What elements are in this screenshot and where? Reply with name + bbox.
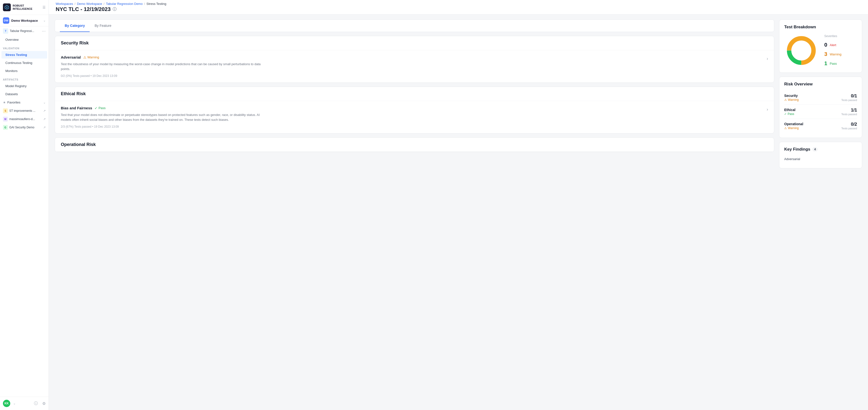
sidebar-item-monitors[interactable]: Monitors bbox=[1, 67, 47, 75]
legend-warning-row: 3 Warning bbox=[824, 51, 841, 57]
risk-ov-operational-label: Operational bbox=[784, 122, 803, 126]
favorites-label: Favorites bbox=[7, 101, 20, 104]
operational-score: 0/2 bbox=[841, 122, 857, 127]
adversarial-risk-item[interactable]: Adversarial ⚠ Warning Test the robustnes… bbox=[55, 50, 774, 82]
sidebar: ROBUST INTELLIGENCE ☰ DW Demo Workspace … bbox=[0, 0, 49, 410]
key-findings-title: Key Findings bbox=[784, 147, 810, 152]
findings-adversarial-item[interactable]: Adversarial bbox=[784, 155, 857, 163]
security-risk-section: Security Risk Adversarial ⚠ Warning Test… bbox=[55, 36, 774, 83]
fav-label-g: GAI Security Demo bbox=[9, 126, 42, 129]
breadcrumb-sep-3: / bbox=[144, 2, 145, 6]
adversarial-arrow-icon: › bbox=[767, 56, 768, 61]
logo-icon bbox=[3, 3, 11, 11]
fav-letter-s: S bbox=[3, 108, 8, 113]
ethical-pass-icon: ✓ bbox=[784, 112, 787, 116]
main-content: Workspaces / Demo Workspace / Tabular Re… bbox=[49, 0, 868, 410]
page-info-icon[interactable]: ⓘ bbox=[113, 7, 117, 12]
fav-label-m: massimoaufiero-d... bbox=[9, 117, 42, 121]
logo: ROBUST INTELLIGENCE bbox=[3, 3, 32, 11]
user-avatar[interactable]: KK bbox=[3, 400, 10, 407]
fav-share-icon-2[interactable]: ↗ bbox=[43, 117, 46, 121]
bias-fairness-risk-item[interactable]: Bias and Fairness ✓ Pass Test that your … bbox=[55, 101, 774, 133]
key-findings-card: Key Findings 4 Adversarial bbox=[779, 142, 862, 168]
risk-overview-title: Risk Overview bbox=[784, 82, 857, 87]
risk-ov-ethical-status: ✓ Pass bbox=[784, 112, 796, 116]
breadcrumb-sep-1: / bbox=[74, 2, 75, 6]
donut-chart-container: Severities 0 Alert 3 Warning 1 Pass bbox=[784, 33, 857, 68]
adversarial-meta: 0/2 (0%) Tests passed • 19 Dec 2023 13:0… bbox=[61, 74, 767, 78]
pass-count: 1 bbox=[824, 60, 827, 67]
bias-fairness-status-badge: ✓ Pass bbox=[95, 106, 105, 110]
operational-warning-icon: ⚠ bbox=[784, 127, 787, 130]
breadcrumb-workspaces[interactable]: Workspaces bbox=[56, 2, 73, 6]
risk-ov-security-label: Security bbox=[784, 94, 799, 98]
sidebar-item-continuous-testing[interactable]: Continuous Testing bbox=[1, 59, 47, 67]
artifacts-section-label: ARTIFACTS bbox=[0, 75, 49, 82]
risk-overview-ethical-row: Ethical ✓ Pass 1/1 Tests passed bbox=[784, 105, 857, 119]
risk-ov-security-right: 0/1 Tests passed bbox=[841, 94, 857, 102]
logo-text: ROBUST INTELLIGENCE bbox=[13, 4, 32, 10]
pass-icon: ✓ bbox=[95, 106, 97, 110]
adversarial-status-label: Warning bbox=[87, 56, 99, 59]
content-area: By Category By Feature Security Risk Adv… bbox=[49, 15, 868, 410]
adversarial-timestamp: 19 Dec 2023 13:09 bbox=[92, 74, 117, 78]
warning-count: 3 bbox=[824, 51, 827, 57]
adversarial-status-badge: ⚠ Warning bbox=[83, 56, 99, 59]
favorites-section[interactable]: ★ Favorites ⌄ bbox=[0, 98, 49, 107]
bias-fairness-arrow-icon: › bbox=[767, 107, 768, 112]
topbar-inner: Workspaces / Demo Workspace / Tabular Re… bbox=[56, 2, 166, 12]
sidebar-toggle-button[interactable]: ☰ bbox=[42, 5, 46, 9]
breadcrumb: Workspaces / Demo Workspace / Tabular Re… bbox=[56, 2, 166, 6]
breadcrumb-demo-workspace[interactable]: Demo Workspace bbox=[77, 2, 102, 6]
sidebar-item-stress-testing[interactable]: Stress Testing bbox=[1, 51, 47, 59]
favorites-item-st-improvements[interactable]: S ST improvements ... ↗ bbox=[0, 107, 49, 115]
tab-by-feature[interactable]: By Feature bbox=[90, 20, 116, 32]
adversarial-tests-passed: 0/2 (0%) Tests passed bbox=[61, 74, 90, 78]
sidebar-item-model-registry[interactable]: Model Registry bbox=[1, 82, 47, 90]
favorites-item-gai-security[interactable]: G GAI Security Demo ↗ bbox=[0, 123, 49, 132]
bias-fairness-tests-passed: 2/3 (67%) Tests passed bbox=[61, 125, 91, 128]
risk-ov-ethical-left: Ethical ✓ Pass bbox=[784, 108, 796, 116]
donut-legend: Severities 0 Alert 3 Warning 1 Pass bbox=[824, 34, 841, 67]
operational-risk-section: Operational Risk bbox=[55, 137, 774, 152]
bias-fairness-label: Bias and Fairness bbox=[61, 106, 92, 110]
bias-fairness-meta: 2/3 (67%) Tests passed • 19 Dec 2023 13:… bbox=[61, 125, 767, 128]
ethical-risk-header: Ethical Risk bbox=[55, 87, 774, 101]
risk-ov-operational-status: ⚠ Warning bbox=[784, 127, 803, 130]
risk-ov-ethical-label: Ethical bbox=[784, 108, 796, 112]
ethical-status-text: Pass bbox=[788, 112, 794, 116]
pass-label: Pass bbox=[830, 62, 837, 65]
sidebar-item-overview[interactable]: Overview bbox=[1, 36, 47, 43]
right-panel: Test Breakdown Severities 0 bbox=[779, 20, 862, 405]
tabs-bar: By Category By Feature bbox=[55, 20, 774, 32]
project-letter: T bbox=[3, 28, 8, 34]
left-panel: By Category By Feature Security Risk Adv… bbox=[55, 20, 779, 405]
fav-share-icon-3[interactable]: ↗ bbox=[43, 126, 46, 129]
workspace-name: Demo Workspace bbox=[11, 19, 41, 23]
breadcrumb-tabular-regression[interactable]: Tabular Regression Demo bbox=[106, 2, 143, 6]
user-chevron-icon[interactable]: ⌄ bbox=[13, 402, 16, 405]
svg-marker-1 bbox=[6, 6, 8, 8]
favorites-item-massimoaufiero[interactable]: M massimoaufiero-d... ↗ bbox=[0, 115, 49, 123]
risk-overview-security-row: Security ⚠ Warning 0/1 Tests passed bbox=[784, 91, 857, 105]
security-score: 0/1 bbox=[841, 94, 857, 99]
bias-fairness-meta-sep: • bbox=[92, 125, 94, 128]
operational-status-text: Warning bbox=[788, 127, 799, 130]
sidebar-item-datasets[interactable]: Datasets bbox=[1, 90, 47, 98]
bias-fairness-content: Bias and Fairness ✓ Pass Test that your … bbox=[61, 106, 767, 128]
risk-ov-ethical-right: 1/1 Tests passed bbox=[841, 108, 857, 116]
adversarial-description: Test the robustness of your model by mea… bbox=[61, 62, 261, 71]
project-row[interactable]: T Tabular Regressi... ⋯ bbox=[0, 26, 49, 36]
tab-by-category[interactable]: By Category bbox=[60, 20, 90, 32]
security-warning-icon: ⚠ bbox=[784, 98, 787, 102]
project-options-button[interactable]: ⋯ bbox=[42, 29, 46, 33]
settings-icon[interactable]: ⚙ bbox=[42, 401, 46, 406]
workspace-selector[interactable]: DW Demo Workspace ⌄ bbox=[0, 15, 49, 26]
risk-ov-security-status: ⚠ Warning bbox=[784, 98, 799, 102]
fav-share-icon[interactable]: ↗ bbox=[43, 109, 46, 112]
risk-ov-security-left: Security ⚠ Warning bbox=[784, 94, 799, 102]
workspace-chevron-icon: ⌄ bbox=[43, 19, 46, 22]
adversarial-label: Adversarial bbox=[61, 55, 81, 59]
help-icon[interactable]: ⓘ bbox=[34, 401, 38, 406]
test-breakdown-card: Test Breakdown Severities 0 bbox=[779, 20, 862, 73]
